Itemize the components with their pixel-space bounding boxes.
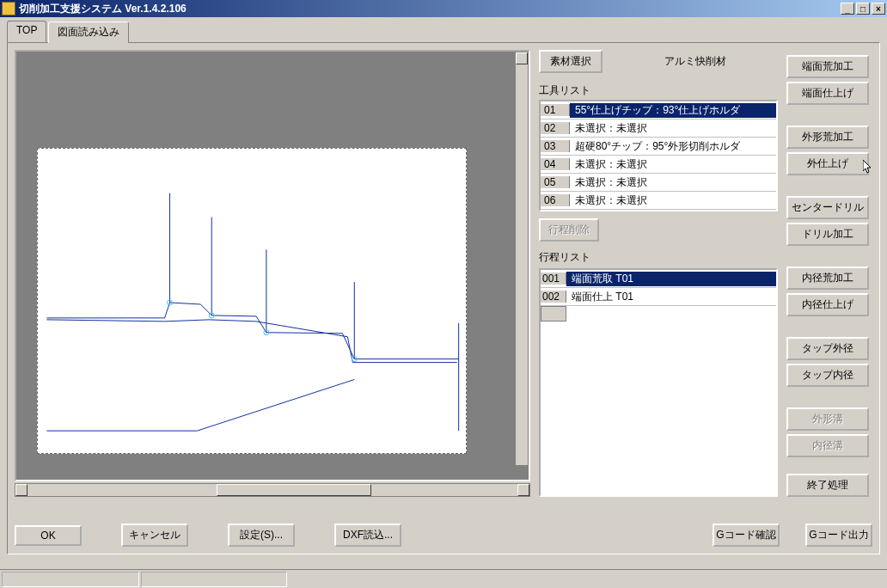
- outer-finish-button[interactable]: 外仕上げ: [786, 152, 869, 175]
- settings-button[interactable]: 設定(S)...: [228, 524, 295, 547]
- center-drill-button[interactable]: センタードリル: [786, 196, 869, 219]
- tool-list[interactable]: 0155°仕上げチップ：93°仕上げホルダ02未選択：未選択03超硬80°チップ…: [539, 100, 778, 211]
- material-select-button[interactable]: 素材選択: [539, 50, 603, 73]
- tab-top[interactable]: TOP: [7, 21, 46, 42]
- drawing-horizontal-scrollbar[interactable]: [15, 483, 530, 497]
- gcode-check-button[interactable]: Gコード確認: [713, 524, 780, 547]
- maximize-button[interactable]: □: [856, 3, 870, 15]
- end-process-button[interactable]: 終了処理: [786, 474, 869, 497]
- tool-row-number: 01: [541, 104, 570, 116]
- inner-groove-button[interactable]: 内径溝: [786, 434, 869, 457]
- tool-row[interactable]: 03超硬80°チップ：95°外形切削ホルダ: [541, 138, 776, 156]
- tool-row[interactable]: 04未選択：未選択: [541, 156, 776, 174]
- process-row[interactable]: 002端面仕上 T01: [541, 288, 776, 306]
- tool-row-desc: 超硬80°チップ：95°外形切削ホルダ: [570, 139, 776, 154]
- inner-rough-button[interactable]: 内径荒加工: [786, 266, 869, 290]
- main-panel: 素材選択 アルミ快削材 工具リスト 0155°仕上げチップ：93°仕上げホルダ0…: [7, 42, 880, 554]
- tap-outer-button[interactable]: タップ外径: [786, 337, 869, 360]
- inner-finish-button[interactable]: 内径仕上げ: [786, 293, 869, 316]
- app-icon: [2, 2, 15, 15]
- tool-row-number: 03: [541, 140, 570, 152]
- tap-inner-button[interactable]: タップ内径: [786, 364, 869, 387]
- face-rough-button[interactable]: 端面荒加工: [786, 55, 869, 78]
- tab-drawing-load[interactable]: 図面読み込み: [48, 21, 129, 43]
- cancel-button[interactable]: キャンセル: [121, 524, 188, 547]
- tool-row-number: 06: [541, 194, 570, 206]
- tool-row[interactable]: 0155°仕上げチップ：93°仕上げホルダ: [541, 101, 776, 119]
- tool-row[interactable]: 05未選択：未選択: [541, 174, 776, 192]
- tool-row-number: 02: [541, 122, 570, 134]
- drawing-canvas: [37, 148, 467, 454]
- delete-process-button[interactable]: 行程削除: [539, 218, 599, 242]
- process-row-number: 002: [541, 291, 566, 303]
- process-row-number: 001: [541, 273, 566, 285]
- drawing-viewport[interactable]: [15, 50, 530, 481]
- tool-row[interactable]: 06未選択：未選択: [541, 192, 776, 210]
- tool-list-label: 工具リスト: [539, 83, 778, 98]
- outer-rough-button[interactable]: 外形荒加工: [786, 126, 869, 149]
- window-title: 切削加工支援システム Ver.1.4.2.106: [19, 2, 839, 16]
- face-finish-button[interactable]: 端面仕上げ: [786, 82, 869, 105]
- gcode-output-button[interactable]: Gコード出力: [805, 524, 872, 547]
- process-row-stub: [541, 306, 566, 322]
- tool-row-desc: 未選択：未選択: [570, 157, 776, 172]
- status-cell-1: [2, 572, 139, 587]
- status-cell-2: [141, 572, 287, 587]
- tab-bar: TOP 図面読み込み: [7, 21, 880, 42]
- status-bar: [0, 569, 887, 588]
- close-button[interactable]: ×: [872, 3, 885, 15]
- drill-button[interactable]: ドリル加工: [786, 223, 869, 246]
- outer-groove-button[interactable]: 外形溝: [786, 407, 869, 431]
- minimize-button[interactable]: _: [841, 3, 854, 15]
- process-list-label: 行程リスト: [539, 250, 778, 265]
- material-value: アルミ快削材: [613, 54, 778, 69]
- tool-row-desc: 未選択：未選択: [570, 193, 776, 208]
- drawing-vertical-scrollbar[interactable]: [515, 52, 529, 466]
- process-row-desc: 端面荒取 T01: [566, 272, 776, 286]
- tool-row[interactable]: 02未選択：未選択: [541, 119, 776, 138]
- process-list[interactable]: 001端面荒取 T01002端面仕上 T01: [539, 268, 778, 497]
- tool-row-desc: 55°仕上げチップ：93°仕上げホルダ: [570, 103, 776, 118]
- process-row-desc: 端面仕上 T01: [566, 290, 776, 304]
- operations-panel: 端面荒加工 端面仕上げ 外形荒加工 外仕上げ センタードリル ドリル加工 内径荒…: [786, 50, 869, 497]
- tool-row-number: 04: [541, 158, 570, 170]
- process-row[interactable]: 001端面荒取 T01: [541, 270, 776, 288]
- tool-row-desc: 未選択：未選択: [570, 121, 776, 136]
- dxf-load-button[interactable]: DXF読込...: [334, 524, 401, 547]
- tool-row-desc: 未選択：未選択: [570, 175, 776, 190]
- tool-row-number: 05: [541, 176, 570, 188]
- ok-button[interactable]: OK: [15, 525, 82, 546]
- window-titlebar: 切削加工支援システム Ver.1.4.2.106 _ □ ×: [0, 0, 887, 17]
